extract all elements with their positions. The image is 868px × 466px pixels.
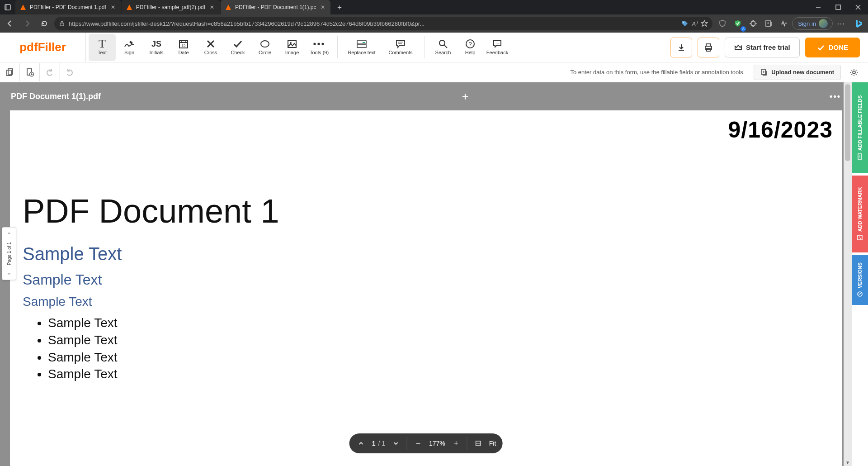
start-trial-button[interactable]: Start free trial	[725, 38, 800, 57]
zoom-in-button[interactable]: +	[451, 438, 462, 449]
search-icon	[438, 39, 448, 49]
logo[interactable]: pdfFiller	[0, 33, 86, 62]
scroll-down-icon[interactable]: ▼	[844, 459, 852, 466]
page-controls: 1/ 1 − 177% + Fit	[349, 433, 503, 453]
add-fillable-fields-tab[interactable]: ADD FILLABLE FIELDS	[852, 82, 868, 173]
back-button[interactable]	[3, 16, 17, 31]
current-page[interactable]: 1	[372, 440, 376, 447]
zoom-out-button[interactable]: −	[413, 438, 424, 449]
circle-icon	[260, 39, 270, 49]
performance-icon[interactable]	[777, 16, 791, 31]
add-page-button[interactable]	[20, 63, 40, 81]
svg-text:⋯: ⋯	[495, 41, 499, 45]
initials-icon: JS	[151, 39, 161, 49]
zoom-level: 177%	[429, 440, 445, 447]
favorite-icon[interactable]	[701, 20, 708, 27]
svg-line-28	[444, 45, 447, 48]
sign-in-label: Sign in	[798, 20, 816, 27]
more-tools[interactable]: •••Tools (9)	[306, 34, 333, 61]
browser-tab[interactable]: PDFfiller - sample_pdf(2).pdf ✕	[122, 0, 220, 14]
svg-text:?: ?	[468, 41, 472, 48]
feedback-tool[interactable]: ⋯Feedback	[484, 34, 511, 61]
done-label: DONE	[829, 43, 848, 51]
address-bar[interactable]: https://www.pdffiller.com/jsfiller-desk1…	[54, 17, 712, 30]
next-page-button[interactable]	[391, 438, 401, 449]
done-button[interactable]: DONE	[805, 38, 860, 57]
feedback-icon: ⋯	[492, 39, 502, 49]
menu-icon[interactable]: ⋯	[834, 16, 848, 31]
date-tool[interactable]: 15Date	[170, 34, 197, 61]
bing-icon[interactable]	[852, 17, 865, 30]
print-button[interactable]	[698, 38, 719, 57]
upload-label: Upload new document	[771, 69, 834, 76]
list-item: Sample Text	[48, 366, 829, 383]
add-tab-icon[interactable]: ＋	[460, 90, 470, 103]
close-window-button[interactable]	[848, 0, 868, 14]
download-button[interactable]	[670, 38, 692, 57]
search-tool[interactable]: Search	[429, 34, 457, 61]
settings-button[interactable]	[846, 65, 862, 80]
page-up-button[interactable]: ⌃	[6, 230, 12, 239]
maximize-button[interactable]	[828, 0, 848, 14]
list-item: Sample Text	[48, 314, 829, 332]
comments-tool[interactable]: Comments	[381, 34, 420, 61]
fit-label[interactable]: Fit	[489, 440, 496, 447]
date-stamp: 9/16/2023	[728, 117, 833, 143]
doc-menu-icon[interactable]: •••	[830, 92, 841, 101]
sign-in-button[interactable]: Sign in	[792, 17, 833, 30]
prev-page-button[interactable]	[356, 438, 367, 449]
shopping-tag-icon[interactable]	[681, 20, 689, 27]
tracking-shield-icon[interactable]	[715, 16, 730, 31]
adblock-shield-icon[interactable]	[731, 16, 745, 31]
collections-icon[interactable]	[761, 16, 776, 31]
extensions-icon[interactable]	[746, 16, 760, 31]
close-icon[interactable]: ✕	[320, 4, 326, 10]
add-watermark-tab[interactable]: ADD WATERMARK	[852, 176, 868, 252]
new-tab-button[interactable]: ＋	[333, 1, 346, 14]
versions-tab[interactable]: VERSIONS	[852, 255, 868, 305]
browser-tab[interactable]: PDFfiller - PDF Document 1.pdf ✕	[15, 0, 121, 14]
image-tool[interactable]: Image	[278, 34, 306, 61]
text-tool[interactable]: TText	[89, 34, 116, 61]
lock-icon	[59, 20, 65, 27]
read-aloud-icon[interactable]: A⁾	[692, 20, 698, 27]
tab-overview-button[interactable]	[0, 0, 15, 14]
cross-icon	[206, 39, 215, 49]
close-icon[interactable]: ✕	[209, 4, 215, 10]
vertical-scrollbar[interactable]: ▲ ▼	[844, 82, 852, 466]
help-tool[interactable]: ?Help	[457, 34, 484, 61]
minimize-button[interactable]	[808, 0, 828, 14]
browser-tab[interactable]: PDFfiller - PDF Document 1(1).pc ✕	[221, 0, 330, 14]
check-icon	[817, 44, 825, 51]
fit-icon[interactable]	[473, 438, 484, 449]
check-tool[interactable]: Check	[224, 34, 251, 61]
heading-2: Sample Text	[23, 244, 829, 264]
svg-rect-1	[5, 5, 7, 10]
undo-button[interactable]	[40, 63, 60, 81]
sign-tool[interactable]: Sign	[116, 34, 143, 61]
versions-tab-label: VERSIONS	[857, 263, 863, 289]
replace-icon	[356, 39, 367, 49]
cross-tool[interactable]: Cross	[197, 34, 224, 61]
scroll-thumb[interactable]	[845, 84, 850, 161]
tab-title: PDFfiller - PDF Document 1(1).pc	[235, 4, 316, 10]
logo-text: pdfFiller	[19, 40, 66, 54]
svg-rect-6	[60, 23, 64, 26]
check-icon	[233, 39, 243, 49]
sign-icon	[124, 39, 135, 49]
total-pages: / 1	[378, 440, 385, 447]
document-file-name: PDF Document 1(1).pdf	[11, 92, 101, 101]
replace-text-tool[interactable]: Replace text	[342, 34, 381, 61]
circle-tool[interactable]: Circle	[251, 34, 278, 61]
redo-button[interactable]	[60, 63, 80, 81]
calendar-icon: 15	[179, 39, 189, 49]
fields-tab-label: ADD FILLABLE FIELDS	[857, 95, 863, 151]
close-icon[interactable]: ✕	[110, 4, 116, 10]
page-canvas[interactable]: 9/16/2023 PDF Document 1 Sample Text Sam…	[10, 110, 842, 466]
upload-document-button[interactable]: Upload new document	[754, 65, 841, 80]
page-down-button[interactable]: ⌄	[6, 268, 12, 277]
hint-text: To enter data on this form, use the fill…	[570, 69, 745, 76]
initials-tool[interactable]: JSInitials	[143, 34, 170, 61]
pages-panel-button[interactable]	[0, 63, 20, 81]
refresh-button[interactable]	[37, 16, 52, 31]
